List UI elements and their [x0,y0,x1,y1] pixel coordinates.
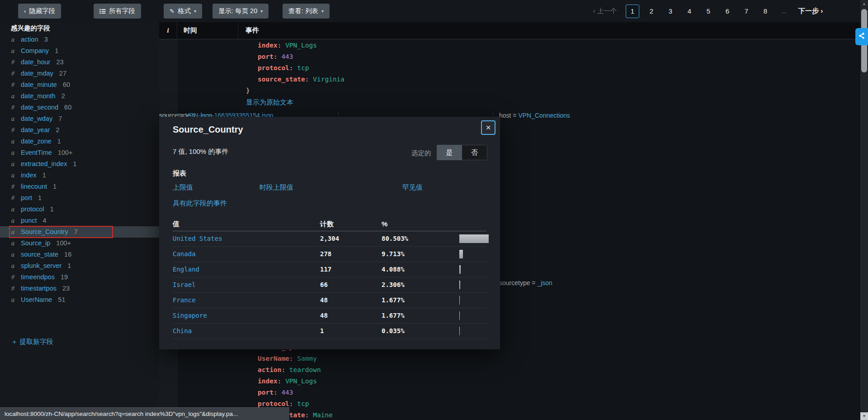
field-name-link[interactable]: UserName [21,296,52,303]
value-link[interactable]: England [173,262,199,277]
meta-value-link[interactable]: VPN_Connections [518,112,570,119]
json-key[interactable]: action [258,366,281,373]
sidebar-field-row[interactable]: a Company 1 [0,45,159,57]
close-button[interactable]: ✕ [481,120,495,135]
field-name-link[interactable]: action [21,36,38,43]
sidebar-field-row[interactable]: a Source_Country 7 [0,226,159,238]
field-name-link[interactable]: date_mday [21,70,53,77]
page-number-button[interactable]: 1 [626,5,639,18]
value-link[interactable]: France [173,293,196,308]
json-value[interactable]: 443 [281,389,293,396]
value-link[interactable]: China [173,324,192,339]
field-name-link[interactable]: date_wday [21,115,52,122]
sidebar-field-row[interactable]: a date_zone 1 [0,136,159,147]
page-number-button[interactable]: 6 [718,5,737,18]
field-name-link[interactable]: timestartpos [21,285,57,292]
hide-fields-button[interactable]: ‹ 隐藏字段 [18,4,61,19]
all-fields-button[interactable]: 所有字段 [94,4,141,19]
sidebar-field-row[interactable]: a date_month 2 [0,91,159,102]
show-raw-text-link[interactable]: 显示为原始文本 [246,98,293,106]
selected-yes-button[interactable]: 是 [437,145,462,160]
scroll-down-arrow-icon[interactable]: ▼ [860,412,868,420]
field-name-link[interactable]: date_minute [21,81,57,88]
json-value[interactable]: VPN_Logs [285,42,317,49]
field-name-link[interactable]: linecount [21,183,47,190]
events-with-field-link[interactable]: 具有此字段的事件 [173,199,227,208]
json-key[interactable]: index [258,377,278,385]
json-key[interactable]: protocol [258,64,289,72]
page-number-button[interactable]: 7 [737,5,756,18]
sidebar-field-row[interactable]: # timestartpos 23 [0,283,159,294]
sidebar-field-row[interactable]: # timeendpos 19 [0,272,159,283]
field-name-link[interactable]: splunk_server [21,262,61,269]
json-value[interactable]: tcp [297,400,309,407]
field-name-link[interactable]: port [21,194,32,201]
field-name-link[interactable]: punct [21,217,37,224]
top-values-link[interactable]: 上限值 [173,183,193,192]
field-name-link[interactable]: date_month [21,92,56,100]
field-name-link[interactable]: Source_Country [21,228,68,235]
page-number-button[interactable]: 2 [642,5,661,18]
page-number-button[interactable]: 4 [680,5,699,18]
field-name-link[interactable]: date_second [21,104,58,111]
field-name-link[interactable]: timeendpos [21,273,55,281]
sidebar-field-row[interactable]: # date_second 60 [0,102,159,113]
page-number-button[interactable]: 3 [661,5,680,18]
field-name-link[interactable]: Source_ip [21,239,50,247]
sidebar-field-row[interactable]: a Source_ip 100+ [0,238,159,249]
field-name-link[interactable]: date_zone [21,138,52,145]
meta-value-link[interactable]: _json [537,279,552,286]
field-name-link[interactable]: index [21,172,37,179]
rare-values-link[interactable]: 罕见值 [402,183,423,192]
json-key[interactable]: port [258,389,274,396]
sidebar-field-row[interactable]: a extracted_index 1 [0,158,159,170]
sidebar-field-row[interactable]: a index 1 [0,170,159,181]
field-name-link[interactable]: date_hour [21,58,50,66]
sidebar-field-row[interactable]: a punct 4 [0,215,159,226]
field-name-link[interactable]: source_state [21,251,58,258]
prev-page-button[interactable]: ‹ 上一个 [587,7,623,15]
value-link[interactable]: Singapore [173,308,207,323]
json-value[interactable]: Sammy [297,355,317,362]
json-value[interactable]: 443 [281,53,293,60]
sidebar-field-row[interactable]: a date_wday 7 [0,113,159,124]
json-value[interactable]: Virginia [313,76,344,83]
field-name-link[interactable]: date_year [21,126,50,134]
sidebar-field-row[interactable]: a UserName 51 [0,294,159,305]
page-number-button[interactable]: 5 [699,5,718,18]
sidebar-field-row[interactable]: a EventTime 100+ [0,147,159,158]
top-values-by-time-link[interactable]: 时段上限值 [259,183,293,192]
json-key[interactable]: index [258,42,278,49]
json-key[interactable]: protocol [258,400,289,407]
json-value[interactable]: tcp [297,64,309,72]
page-size-button[interactable]: 显示: 每页 20 ▾ [212,4,269,19]
json-value[interactable]: VPN_Logs [285,377,317,385]
sidebar-field-row[interactable]: a splunk_server 1 [0,260,159,272]
next-page-button[interactable]: 下一步 › [798,7,823,15]
field-name-link[interactable]: EventTime [21,149,52,156]
sidebar-field-row[interactable]: # linecount 1 [0,181,159,192]
value-link[interactable]: Israel [173,277,196,292]
sidebar-field-row[interactable]: a action 3 [0,34,159,45]
json-value[interactable]: teardown [289,366,321,373]
page-number-button[interactable]: 8 [756,5,775,18]
selected-no-button[interactable]: 否 [462,145,487,160]
value-link[interactable]: Canada [173,247,196,262]
sidebar-field-row[interactable]: a protocol 1 [0,204,159,215]
sidebar-field-row[interactable]: # date_minute 60 [0,79,159,91]
sidebar-field-row[interactable]: # port 1 [0,192,159,204]
field-name-link[interactable]: protocol [21,205,44,213]
sidebar-field-row[interactable]: a source_state 16 [0,249,159,260]
json-value[interactable]: Maine [313,411,333,419]
value-link[interactable]: United States [173,231,222,246]
sidebar-field-row[interactable]: # date_hour 23 [0,57,159,68]
json-key[interactable]: source_state [258,76,305,83]
json-key[interactable]: UserName [258,355,289,362]
view-button[interactable]: 查看: 列表 ▾ [283,4,330,19]
vertical-scrollbar[interactable]: ▲ ▼ [860,0,868,420]
json-key[interactable]: port [258,53,274,60]
field-name-link[interactable]: Company [21,47,49,54]
format-button[interactable]: ✎ 格式 ▾ [164,4,202,19]
sidebar-field-row[interactable]: # date_year 2 [0,124,159,136]
sidebar-field-row[interactable]: # date_mday 27 [0,68,159,79]
